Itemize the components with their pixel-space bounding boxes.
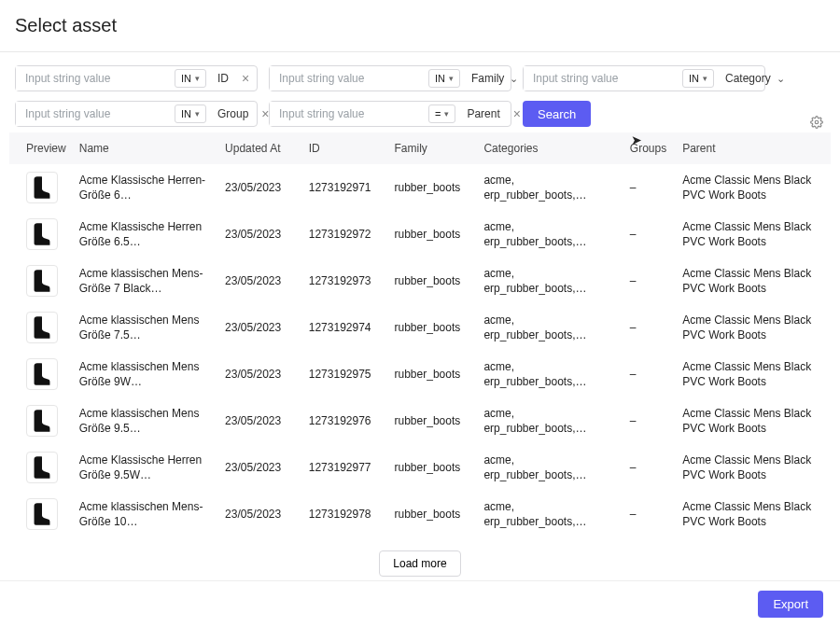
- filter-family-input[interactable]: [270, 66, 428, 91]
- filter-parent: = ▾ Parent ×: [269, 101, 511, 127]
- cell-parent: Acme Classic Mens Black PVC Work Boots: [682, 219, 823, 249]
- cell-categories: acme, erp_rubber_boots,…: [483, 499, 614, 529]
- filter-id-clear-icon[interactable]: ×: [234, 71, 257, 86]
- col-groups: Groups: [623, 132, 675, 164]
- cell-updated-at: 23/05/2023: [217, 164, 301, 211]
- boot-icon: [26, 405, 58, 437]
- filter-group: IN ▾ Group ×: [15, 101, 258, 127]
- cell-categories: acme, erp_rubber_boots,…: [483, 359, 614, 389]
- svg-point-0: [815, 120, 819, 124]
- export-button[interactable]: Export: [758, 591, 823, 618]
- filter-parent-op[interactable]: = ▾: [428, 104, 455, 123]
- filter-parent-input[interactable]: [270, 102, 428, 126]
- table-row[interactable]: Acme Klassische Herren Größe 6.5… 23/05/…: [9, 211, 831, 258]
- chevron-down-icon: ▾: [449, 74, 454, 83]
- chevron-down-icon: ▾: [703, 74, 707, 83]
- col-name: Name: [72, 132, 217, 164]
- filter-id-input[interactable]: [16, 66, 175, 91]
- cell-family: rubber_boots: [387, 397, 477, 444]
- cell-name: Acme Klassische Herren Größe 6.5…: [79, 219, 210, 249]
- cell-family: rubber_boots: [387, 211, 477, 258]
- filter-family-label: Family: [466, 72, 510, 85]
- cell-categories: acme, erp_rubber_boots,…: [483, 219, 614, 249]
- boot-icon: [26, 265, 58, 297]
- boot-icon: [26, 452, 58, 483]
- results-table-wrap[interactable]: Preview Name Updated At ID Family Catego…: [0, 132, 840, 580]
- page-title: Select asset: [15, 15, 825, 36]
- col-family: Family: [387, 132, 477, 164]
- cell-groups: –: [623, 258, 675, 304]
- cell-updated-at: 23/05/2023: [217, 304, 301, 351]
- filter-id-label: ID: [212, 72, 234, 85]
- chevron-down-icon: ▾: [444, 109, 449, 118]
- col-preview: Preview: [9, 132, 72, 164]
- footer: Export: [0, 580, 840, 627]
- cell-name: Acme Klassische Herren-Größe 6…: [79, 173, 210, 202]
- cell-family: rubber_boots: [387, 444, 477, 491]
- cell-name: Acme Klassische Herren Größe 9.5W…: [79, 453, 210, 482]
- filter-category-input[interactable]: [524, 66, 682, 91]
- boot-icon: [26, 312, 58, 343]
- cell-id: 1273192976: [301, 397, 387, 444]
- cell-groups: –: [623, 164, 675, 211]
- table-row[interactable]: Acme Klassische Herren-Größe 6… 23/05/20…: [9, 164, 831, 211]
- cell-updated-at: 23/05/2023: [217, 258, 301, 304]
- cell-id: 1273192974: [301, 304, 387, 351]
- cell-name: Acme klassischen Mens Größe 9W…: [79, 359, 210, 389]
- filter-family-op[interactable]: IN ▾: [428, 69, 460, 88]
- cell-categories: acme, erp_rubber_boots,…: [483, 406, 614, 436]
- filter-family-op-label: IN: [435, 73, 445, 84]
- filter-parent-label: Parent: [461, 107, 505, 120]
- filter-id-op-label: IN: [181, 73, 191, 84]
- col-updated-at: Updated At: [217, 132, 301, 164]
- filter-category-op[interactable]: IN ▾: [682, 69, 714, 88]
- table-row[interactable]: Acme klassischen Mens Größe 9.5… 23/05/2…: [9, 397, 831, 444]
- search-button[interactable]: Search: [523, 101, 591, 127]
- cell-groups: –: [623, 211, 675, 258]
- cell-groups: –: [623, 351, 675, 397]
- col-parent: Parent: [675, 132, 831, 164]
- cell-id: 1273192977: [301, 444, 387, 491]
- gear-icon[interactable]: [810, 116, 823, 129]
- cell-parent: Acme Classic Mens Black PVC Work Boots: [682, 313, 823, 342]
- boot-icon: [26, 498, 58, 530]
- filter-group-input[interactable]: [16, 102, 175, 126]
- cell-id: 1273192975: [301, 351, 387, 397]
- boot-icon: [26, 358, 58, 390]
- cell-family: rubber_boots: [387, 258, 477, 304]
- cell-groups: –: [623, 491, 675, 537]
- cell-parent: Acme Classic Mens Black PVC Work Boots: [682, 359, 823, 389]
- cell-family: rubber_boots: [387, 351, 477, 397]
- table-row[interactable]: Acme Klassische Herren Größe 9.5W… 23/05…: [9, 444, 831, 491]
- cell-id: 1273192971: [301, 164, 387, 211]
- table-row[interactable]: Acme klassischen Mens Größe 9W… 23/05/20…: [9, 351, 831, 397]
- chevron-down-icon: ▾: [195, 109, 200, 118]
- cell-parent: Acme Classic Mens Black PVC Work Boots: [682, 406, 823, 436]
- cell-name: Acme klassischen Mens-Größe 7 Black…: [79, 266, 210, 296]
- filter-group-op[interactable]: IN ▾: [175, 104, 206, 123]
- cell-updated-at: 23/05/2023: [217, 397, 301, 444]
- filter-family: IN ▾ Family ⌄: [269, 65, 511, 91]
- cell-parent: Acme Classic Mens Black PVC Work Boots: [682, 173, 823, 202]
- table-row[interactable]: Acme klassischen Mens-Größe 7 Black… 23/…: [9, 258, 831, 304]
- cell-categories: acme, erp_rubber_boots,…: [483, 173, 614, 202]
- filter-category-dropdown-icon[interactable]: ⌄: [777, 73, 792, 85]
- cell-groups: –: [623, 304, 675, 351]
- filter-group-op-label: IN: [181, 108, 191, 119]
- cell-parent: Acme Classic Mens Black PVC Work Boots: [682, 453, 823, 482]
- load-more-button[interactable]: Load more: [379, 550, 460, 577]
- cell-updated-at: 23/05/2023: [217, 491, 301, 537]
- filter-id: IN ▾ ID ×: [15, 65, 258, 91]
- filter-id-op[interactable]: IN ▾: [175, 69, 206, 88]
- boot-icon: [26, 172, 58, 203]
- table-row[interactable]: Acme klassischen Mens Größe 7.5… 23/05/2…: [9, 304, 831, 351]
- cell-family: rubber_boots: [387, 304, 477, 351]
- cell-parent: Acme Classic Mens Black PVC Work Boots: [682, 266, 823, 296]
- cell-categories: acme, erp_rubber_boots,…: [483, 266, 614, 296]
- cell-family: rubber_boots: [387, 164, 477, 211]
- chevron-down-icon: ▾: [195, 74, 200, 83]
- col-id: ID: [301, 132, 387, 164]
- cell-id: 1273192972: [301, 211, 387, 258]
- filter-category-label: Category: [720, 72, 777, 85]
- table-row[interactable]: Acme klassischen Mens-Größe 10… 23/05/20…: [9, 491, 831, 537]
